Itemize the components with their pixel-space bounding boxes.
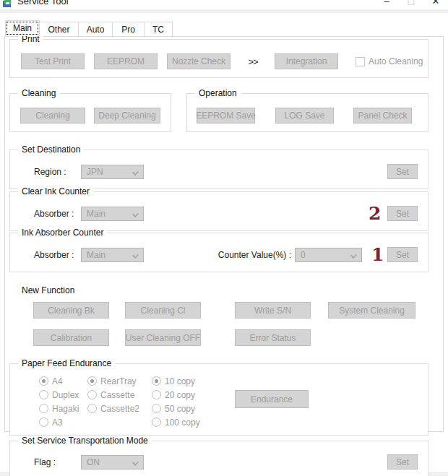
flag-dropdown[interactable]: ON xyxy=(81,455,144,469)
log-save-button[interactable]: LOG Save xyxy=(275,108,334,124)
region-label: Region : xyxy=(34,167,81,177)
operation-group-title: Operation xyxy=(195,88,241,99)
ink-absorber-counter-group: Ink Absorber Counter Absorber : Main Cou… xyxy=(9,233,428,272)
absorber-label: Absorber : xyxy=(34,209,81,219)
radio-icon xyxy=(152,404,161,413)
chevron-down-icon xyxy=(132,459,139,466)
radio-a4[interactable]: A4 xyxy=(39,374,87,388)
cleaning-button[interactable]: Cleaning xyxy=(20,108,85,124)
tab-pro[interactable]: Pro xyxy=(112,22,145,36)
test-print-button[interactable]: Test Print xyxy=(21,53,85,69)
radio-icon xyxy=(87,376,97,386)
tab-auto[interactable]: Auto xyxy=(78,22,113,36)
transportation-mode-group: Set Service Transportation Mode Flag : O… xyxy=(9,441,428,476)
radio-icon xyxy=(39,376,48,386)
radio-icon xyxy=(152,417,161,427)
auto-cleaning-checkbox[interactable] xyxy=(356,57,365,66)
radio-10-copy[interactable]: 10 copy xyxy=(152,374,235,388)
minimize-icon[interactable]: – xyxy=(374,0,399,9)
copy-count-radio-group: 10 copy 20 copy 50 copy 100 copy xyxy=(152,374,235,429)
ink-absorber-set-button[interactable]: Set xyxy=(387,247,418,262)
counter-value-label: Counter Value(%) : xyxy=(218,250,291,260)
counter-value-dropdown[interactable]: 0 xyxy=(295,248,362,262)
flag-label: Flag : xyxy=(34,457,81,467)
new-function-section: New Function Cleaning Bk Cleaning Cl Wri… xyxy=(5,285,443,346)
cleaning-bk-button[interactable]: Cleaning Bk xyxy=(33,302,109,319)
transport-set-button[interactable]: Set xyxy=(387,454,418,469)
maximize-icon[interactable]: ◻ xyxy=(399,0,423,9)
tab-main[interactable]: Main xyxy=(5,20,40,36)
absorber-dropdown[interactable]: Main xyxy=(81,248,144,262)
write-sn-button[interactable]: Write S/N xyxy=(235,302,311,319)
system-cleaning-button[interactable]: System Cleaning xyxy=(328,302,415,319)
radio-50-copy[interactable]: 50 copy xyxy=(152,402,235,415)
cleaning-cl-button[interactable]: Cleaning Cl xyxy=(125,302,201,319)
clear-ink-set-button[interactable]: Set xyxy=(387,206,418,221)
chevron-down-icon xyxy=(132,211,139,217)
arrows-label: >> xyxy=(244,56,262,67)
titlebar-divider xyxy=(0,9,448,13)
radio-icon xyxy=(152,376,161,386)
radio-icon xyxy=(152,390,161,399)
clear-ink-counter-group: Clear Ink Counter Absorber : Main 2 Set xyxy=(9,191,428,231)
user-cleaning-off-button[interactable]: User Cleaning OFF xyxy=(125,329,201,346)
paper-size-radio-group: A4 Duplex Hagaki A3 xyxy=(39,374,87,429)
clear-absorber-dropdown[interactable]: Main xyxy=(81,207,144,221)
eeprom-save-button[interactable]: EEPROM Save xyxy=(197,108,255,124)
cleaning-group: Cleaning Cleaning Deep Cleaning xyxy=(9,93,171,132)
paper-feed-endurance-group: Paper Feed Endurance A4 Duplex Hagaki A3… xyxy=(9,363,428,436)
eeprom-button[interactable]: EEPROM xyxy=(94,53,158,69)
radio-20-copy[interactable]: 20 copy xyxy=(152,388,235,402)
operation-group: Operation EEPROM Save LOG Save Panel Che… xyxy=(186,93,428,132)
paper-feed-group-title: Paper Feed Endurance xyxy=(18,358,115,369)
auto-cleaning-label: Auto Cleaning xyxy=(369,56,423,66)
set-destination-set-button[interactable]: Set xyxy=(387,164,418,179)
annotation-1: 1 xyxy=(371,246,383,264)
tab-strip: Main Other Auto Pro TC xyxy=(4,22,444,36)
nozzle-check-button[interactable]: Nozzle Check xyxy=(167,53,231,69)
tab-tc[interactable]: TC xyxy=(144,22,173,36)
deep-cleaning-button[interactable]: Deep Cleaning xyxy=(94,108,160,124)
titlebar: Service Tool – ◻ ✕ xyxy=(0,0,448,9)
app-icon xyxy=(3,0,12,9)
radio-100-copy[interactable]: 100 copy xyxy=(152,415,235,429)
radio-cassette[interactable]: Cassette xyxy=(87,388,152,402)
new-function-title: New Function xyxy=(22,285,443,295)
close-icon[interactable]: ✕ xyxy=(423,0,448,9)
window-title: Service Tool xyxy=(17,0,69,7)
integration-button[interactable]: Integration xyxy=(275,53,338,69)
error-status-button[interactable]: Error Status xyxy=(235,329,311,346)
service-tool-window: Service Tool – ◻ ✕ Main Other Auto Pro T… xyxy=(0,0,448,476)
ink-absorber-counter-group-title: Ink Absorber Counter xyxy=(18,228,107,238)
radio-reartray[interactable]: RearTray xyxy=(87,374,152,388)
cleaning-group-title: Cleaning xyxy=(18,88,59,99)
radio-a3[interactable]: A3 xyxy=(39,415,87,429)
absorber-label: Absorber : xyxy=(34,250,81,260)
chevron-down-icon xyxy=(350,252,357,259)
chevron-down-icon xyxy=(132,252,139,259)
region-dropdown[interactable]: JPN xyxy=(81,165,144,179)
transportation-mode-group-title: Set Service Transportation Mode xyxy=(18,436,152,446)
radio-icon xyxy=(87,390,97,399)
chevron-down-icon xyxy=(132,169,139,176)
endurance-button[interactable]: Endurance xyxy=(235,390,309,408)
radio-icon xyxy=(87,404,97,413)
print-group: Print Test Print EEPROM Nozzle Check >> … xyxy=(9,39,428,78)
main-tab-panel: Print Test Print EEPROM Nozzle Check >> … xyxy=(4,36,444,432)
radio-icon xyxy=(39,404,48,413)
clear-ink-counter-group-title: Clear Ink Counter xyxy=(18,186,93,197)
set-destination-group: Set Destination Region : JPN Set xyxy=(9,150,428,189)
calibration-button[interactable]: Calibration xyxy=(33,329,109,346)
panel-check-button[interactable]: Panel Check xyxy=(353,108,412,124)
radio-icon xyxy=(39,390,48,399)
radio-cassette2[interactable]: Cassette2 xyxy=(87,402,152,415)
radio-icon xyxy=(39,417,48,427)
radio-hagaki[interactable]: Hagaki xyxy=(39,402,87,415)
annotation-2: 2 xyxy=(369,204,380,222)
set-destination-group-title: Set Destination xyxy=(18,144,84,155)
tab-other[interactable]: Other xyxy=(39,22,79,36)
tray-radio-group: RearTray Cassette Cassette2 xyxy=(87,374,152,429)
radio-duplex[interactable]: Duplex xyxy=(39,388,87,402)
